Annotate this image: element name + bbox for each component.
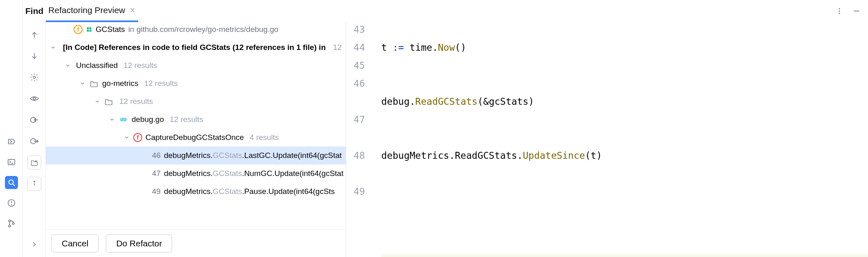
- tree-module[interactable]: go-metrics 12 results: [46, 74, 346, 92]
- svg-point-29: [121, 119, 122, 119]
- struct-badge-icon: [86, 26, 92, 33]
- svg-point-28: [123, 117, 127, 121]
- function-icon: f: [133, 133, 142, 142]
- module-count: 12 results: [144, 79, 178, 88]
- svg-point-13: [33, 76, 36, 79]
- svg-rect-26: [89, 30, 92, 32]
- unclassified-count: 12 results: [123, 61, 157, 70]
- tree-incode-header[interactable]: [In Code] References in code to field GC…: [46, 38, 346, 56]
- show-read-icon[interactable]: [27, 92, 41, 106]
- svg-point-33: [839, 8, 840, 9]
- tree-ref-2[interactable]: 47 debugMetrics.GCStats.NumGC.Update(int…: [46, 165, 346, 183]
- file-label: debug.go: [132, 115, 164, 124]
- refactor-tree: Field to be renamed to GCStat f GCStats …: [46, 0, 346, 229]
- folder-icon: [104, 97, 114, 106]
- expand-icon[interactable]: [27, 237, 41, 251]
- minimize-icon[interactable]: [852, 7, 861, 15]
- code-preview[interactable]: 42 43 44 45 46 47 48 49 t := time.Now() …: [346, 0, 868, 257]
- export-icon[interactable]: [27, 134, 41, 148]
- function-label: CaptureDebugGCStatsOnce: [145, 133, 244, 142]
- find-tool-icon[interactable]: [5, 176, 18, 189]
- svg-point-3: [9, 180, 13, 185]
- import-icon[interactable]: [27, 113, 41, 127]
- svg-rect-1: [8, 160, 15, 165]
- svg-point-34: [839, 11, 840, 12]
- tab-refactoring-preview[interactable]: Refactoring Preview: [46, 0, 138, 22]
- chevron-down-icon[interactable]: [49, 45, 57, 50]
- svg-point-10: [12, 223, 14, 225]
- terminal-icon[interactable]: [5, 156, 18, 169]
- tree-ref-3[interactable]: 49 debugMetrics.GCStats.Pause.Update(int…: [46, 183, 346, 201]
- field-icon: f: [74, 25, 83, 34]
- svg-point-7: [11, 205, 11, 205]
- chevron-down-icon[interactable]: [123, 135, 131, 140]
- svg-point-30: [124, 119, 125, 119]
- tree-function[interactable]: f CaptureDebugGCStatsOnce 4 results: [46, 128, 346, 147]
- go-file-icon: [119, 115, 128, 124]
- svg-rect-23: [87, 27, 89, 29]
- svg-point-14: [33, 97, 36, 100]
- tree-file[interactable]: debug.go 12 results: [46, 110, 346, 128]
- svg-point-8: [9, 220, 11, 222]
- file-count: 12 results: [170, 115, 203, 124]
- next-occurrence-icon[interactable]: [27, 49, 41, 63]
- tree-package[interactable]: 12 results: [46, 92, 346, 110]
- cancel-button[interactable]: Cancel: [51, 234, 98, 252]
- chevron-down-icon[interactable]: [78, 81, 87, 86]
- function-count: 4 results: [250, 133, 279, 142]
- module-folder-icon: [89, 79, 99, 88]
- new-folder-icon[interactable]: [27, 156, 41, 169]
- more-icon[interactable]: [835, 7, 843, 15]
- settings-icon[interactable]: [27, 70, 41, 84]
- chevron-down-icon[interactable]: [108, 117, 116, 122]
- field-name: GCStats: [96, 25, 125, 34]
- svg-line-4: [13, 184, 15, 186]
- tree-ref-1[interactable]: 46 debugMetrics.GCStats.LastGC.Update(in…: [46, 147, 346, 165]
- tree-field-item[interactable]: f GCStats in github.com/rcrowley/go-metr…: [46, 20, 346, 38]
- prev-occurrence-icon[interactable]: [27, 28, 41, 42]
- problems-icon[interactable]: [5, 196, 18, 210]
- svg-point-35: [839, 13, 840, 14]
- unclassified-label: Unclassified: [76, 61, 118, 70]
- tab-find[interactable]: Find: [23, 0, 46, 22]
- close-icon[interactable]: [129, 7, 136, 14]
- incode-label: [In Code] References in code to field GC…: [63, 43, 326, 52]
- do-refactor-button[interactable]: Do Refactor: [106, 234, 172, 252]
- svg-point-9: [9, 225, 11, 227]
- services-icon[interactable]: [5, 135, 18, 148]
- tree-unclassified[interactable]: Unclassified 12 results: [46, 56, 346, 74]
- svg-point-22: [34, 181, 34, 182]
- info-icon[interactable]: [27, 177, 41, 191]
- svg-rect-24: [89, 27, 92, 29]
- code-lines: t := time.Now() debug.ReadGCStats(&gcSta…: [371, 0, 868, 257]
- chevron-down-icon[interactable]: [64, 63, 72, 68]
- incode-badge: 12: [333, 43, 346, 52]
- gutter: 42 43 44 45 46 47 48 49: [346, 0, 371, 257]
- chevron-down-icon[interactable]: [93, 99, 101, 104]
- package-count: 12 results: [119, 97, 153, 106]
- svg-rect-25: [87, 30, 89, 32]
- module-label: go-metrics: [102, 79, 139, 88]
- vcs-icon[interactable]: [5, 217, 18, 230]
- field-location: in github.com/rcrowley/go-metrics/debug.…: [128, 25, 279, 34]
